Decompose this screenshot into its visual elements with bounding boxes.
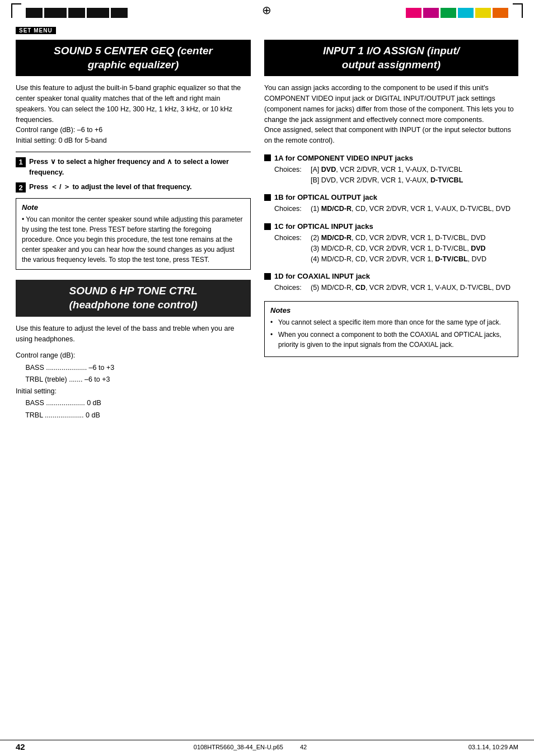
1a-choices: Choices: [A] DVD, VCR 2/DVR, VCR 1, V-AU… [264, 165, 518, 186]
sound5-title: SOUND 5 CENTER GEQ (center graphic equal… [22, 44, 244, 72]
1a-header: 1A for COMPONENT VIDEO INPUT jacks [264, 154, 518, 162]
set-menu-label: SET MENU [16, 27, 56, 34]
1c-header: 1C for OPTICAL INPUT jacks [264, 222, 518, 231]
deco-box-1 [26, 8, 43, 18]
footer-file: 0108HTR5660_38-44_EN-U.p65 [194, 744, 283, 750]
1b-header: 1B for OPTICAL OUTPUT jack [264, 193, 518, 201]
top-strip: ⊕ [0, 0, 534, 18]
color-box-pink [406, 8, 421, 18]
1d-header: 1D for COAXIAL INPUT jack [264, 272, 518, 280]
divider1 [16, 152, 251, 152]
step1-number: 1 [16, 157, 26, 167]
corner-bracket-left [11, 3, 21, 18]
strip-right [401, 3, 523, 18]
step1-item: 1 Press ∨ to select a higher frequency a… [16, 157, 251, 178]
step1-text: Press ∨ to select a higher frequency and… [29, 157, 251, 178]
1c-title: 1C for OPTICAL INPUT jacks [274, 222, 373, 231]
deco-box-3 [68, 8, 85, 18]
sound6-title: SOUND 6 HP TONE CTRL (headphone tone con… [22, 284, 244, 312]
1b-title: 1B for OPTICAL OUTPUT jack [274, 193, 377, 201]
color-box-green [441, 8, 456, 18]
1c-choices: Choices: (2) MD/CD-R, CD, VCR 2/DVR, VCR… [264, 233, 518, 264]
note-title: Note [22, 203, 245, 212]
strip-left [11, 3, 132, 18]
color-box-orange [493, 8, 508, 18]
corner-bracket-right [513, 3, 523, 18]
bullet-1b [264, 194, 271, 201]
bullet-1d [264, 273, 271, 280]
bullet-1a [264, 154, 271, 161]
color-box-magenta [423, 8, 439, 18]
page-footer: 42 0108HTR5660_38-44_EN-U.p65 42 03.1.14… [0, 742, 534, 752]
page-wrapper: ⊕ SET MENU SOUND 5 CENTER [0, 0, 534, 756]
page-number: 42 [16, 742, 49, 752]
footer-center: 0108HTR5660_38-44_EN-U.p65 42 [49, 744, 451, 750]
sound5-note-box: Note • You can monitor the center speake… [16, 198, 251, 270]
sound5-header: SOUND 5 CENTER GEQ (center graphic equal… [16, 40, 251, 76]
note-item-2: • When you connect a component to both t… [270, 330, 512, 350]
deco-box-5 [111, 8, 128, 18]
color-strip [401, 8, 513, 18]
sound6-intro: Use this feature to adjust the level of … [16, 323, 251, 345]
footer-date: 03.1.14, 10:29 AM [451, 744, 518, 750]
input1-title: INPUT 1 I/O ASSIGN (input/ output assign… [271, 44, 512, 72]
1b-choices: Choices: (1) MD/CD-R, CD, VCR 2/DVR, VCR… [264, 204, 518, 214]
compass-center: ⊕ [257, 3, 276, 18]
left-column: SOUND 5 CENTER GEQ (center graphic equal… [16, 40, 251, 424]
black-boxes-left [21, 8, 132, 18]
input1-intro: You can assign jacks according to the co… [264, 83, 518, 146]
1d-title: 1D for COAXIAL INPUT jack [274, 272, 370, 280]
deco-box-4 [87, 8, 109, 18]
footer-page-num: 42 [300, 744, 307, 750]
input1-header: INPUT 1 I/O ASSIGN (input/ output assign… [264, 40, 518, 76]
step2-item: 2 Press ＜ / ＞ to adjust the level of tha… [16, 182, 251, 192]
two-col-layout: SOUND 5 CENTER GEQ (center graphic equal… [16, 40, 518, 424]
notes-title: Notes [270, 306, 512, 314]
control-range: Control range (dB): BASS ...............… [16, 350, 251, 421]
color-box-yellow [475, 8, 491, 18]
note-body: • You can monitor the center speaker sou… [22, 214, 245, 265]
right-column: INPUT 1 I/O ASSIGN (input/ output assign… [264, 40, 518, 357]
step2-number: 2 [16, 182, 26, 192]
1a-title: 1A for COMPONENT VIDEO INPUT jacks [274, 154, 413, 162]
1d-choices: Choices: (5) MD/CD-R, CD, VCR 2/DVR, VCR… [264, 283, 518, 293]
content-area: SET MENU SOUND 5 CENTER GEQ (center grap… [0, 20, 534, 435]
sound5-intro: Use this feature to adjust the built-in … [16, 83, 251, 146]
notes-box: Notes • You cannot select a specific ite… [264, 301, 518, 357]
deco-box-2 [44, 8, 67, 18]
note-item-1: • You cannot select a specific item more… [270, 317, 512, 327]
sound6-header: SOUND 6 HP TONE CTRL (headphone tone con… [16, 280, 251, 316]
step2-text: Press ＜ / ＞ to adjust the level of that … [29, 182, 191, 192]
color-box-cyan [458, 8, 474, 18]
bottom-deco-line [0, 740, 534, 740]
bullet-1c [264, 223, 271, 230]
